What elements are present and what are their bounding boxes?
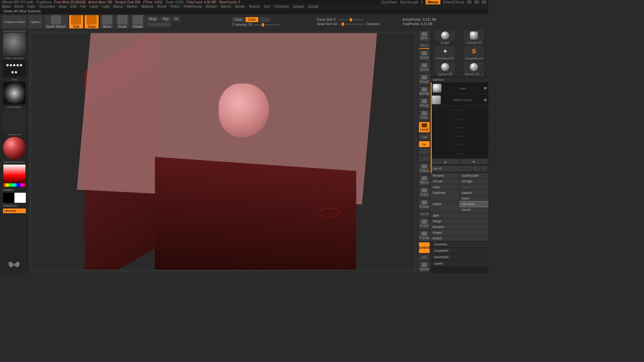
shelf-rotate-button[interactable]: Rotate: [419, 199, 430, 210]
rename-button[interactable]: Rename: [431, 173, 460, 178]
mrgb-toggle[interactable]: Mrgb: [146, 16, 159, 21]
xpose-button[interactable]: Xpose: [419, 261, 430, 272]
minimize-icon[interactable]: [467, 0, 472, 4]
xyz-button[interactable]: Xyz: [419, 141, 430, 147]
menu-layer[interactable]: Layer: [90, 5, 98, 8]
menu-material[interactable]: Material: [142, 5, 154, 8]
menus-toggle[interactable]: Menus: [426, 0, 440, 4]
menu-texture[interactable]: Texture: [249, 5, 260, 8]
list-all-button[interactable]: List All: [431, 166, 473, 172]
alternate-button[interactable]: Alternate: [3, 208, 26, 213]
menu-draw[interactable]: Draw: [59, 5, 66, 8]
menu-preferences[interactable]: Preferences: [184, 5, 202, 8]
draw-size-slider[interactable]: [338, 23, 365, 25]
menu-render[interactable]: Render: [206, 5, 217, 8]
section-geometry[interactable]: Geometry: [431, 241, 488, 247]
tool-kugel[interactable]: Kugel: [431, 30, 459, 45]
subtool-item-cube[interactable]: PM3D_Cube3D: [431, 94, 488, 106]
tray-handle[interactable]: [3, 30, 26, 32]
append-button[interactable]: Append: [460, 190, 489, 195]
quick-sketch-button[interactable]: Quick Sketch: [44, 15, 68, 28]
all-low-button[interactable]: All Low: [431, 179, 460, 184]
menu-light[interactable]: Light: [102, 5, 110, 8]
extract-section[interactable]: Extract: [431, 236, 488, 241]
m-toggle[interactable]: M: [172, 16, 180, 21]
zcut-toggle[interactable]: Zcut: [259, 17, 271, 22]
secondary-color-swatch[interactable]: [3, 193, 14, 203]
subtool-item-kugel[interactable]: Kugel: [431, 82, 488, 94]
rgb-toggle[interactable]: Rgb: [160, 16, 171, 21]
paste-button[interactable]: Paste: [460, 184, 489, 190]
pivot-button[interactable]: ◦: [419, 148, 430, 155]
gradient-toggle[interactable]: Gradient: [3, 188, 26, 192]
bpr-button[interactable]: BPR: [419, 31, 430, 42]
menu-marker[interactable]: Marker: [127, 5, 137, 8]
visibility-icon[interactable]: [484, 99, 487, 101]
floor-button[interactable]: Floor: [419, 110, 430, 121]
project-section[interactable]: Project: [431, 230, 488, 235]
zadd-toggle[interactable]: Zadd: [232, 17, 245, 22]
subtool-insert-slot[interactable]: Insert 5: [431, 132, 488, 141]
aahalf-button[interactable]: AAHalf: [419, 86, 430, 97]
hue-strip[interactable]: [3, 183, 25, 187]
menu-color[interactable]: Color: [28, 5, 36, 8]
subtool-down-button[interactable]: ▼: [460, 159, 488, 164]
tool-polymesh[interactable]: ✦PolyMesh3D: [431, 46, 459, 60]
scale-button[interactable]: Scale: [115, 15, 129, 28]
del-other-button[interactable]: Del Other: [460, 201, 489, 207]
remesh-section[interactable]: Remesh: [431, 224, 488, 230]
tool-simplebrush[interactable]: SSimpleBrush: [460, 46, 488, 60]
subtool-insert-slot[interactable]: Insert 4: [431, 123, 488, 132]
menu-file[interactable]: File: [80, 5, 86, 8]
tool-cylinder[interactable]: Cylinder3D: [460, 30, 488, 45]
solo-button[interactable]: Solo: [419, 254, 430, 260]
lsym-button[interactable]: L.Sym: [419, 134, 430, 140]
delete-button[interactable]: Delete: [431, 201, 460, 213]
menu-brush[interactable]: Brush: [15, 5, 23, 8]
visibility-icon[interactable]: [484, 87, 487, 89]
move-up-button[interactable]: ↑: [474, 166, 480, 172]
scroll-button[interactable]: Scroll: [419, 50, 430, 61]
maximize-icon[interactable]: [474, 0, 479, 4]
projection-master-button[interactable]: Projection Master: [2, 15, 27, 28]
shelf-move-button[interactable]: Move: [419, 175, 430, 186]
del-all-button[interactable]: Del All: [460, 207, 489, 213]
subtool-insert-slot[interactable]: Insert 1: [431, 106, 488, 115]
subtool-insert-slot[interactable]: Insert 7: [431, 149, 488, 158]
menu-alpha[interactable]: Alpha: [2, 5, 11, 8]
all-high-button[interactable]: All High: [460, 179, 489, 184]
move-down-button[interactable]: ↓: [481, 166, 488, 172]
section-layers[interactable]: Layers: [431, 260, 488, 266]
menu-zscript[interactable]: Zscript: [308, 5, 318, 8]
draw-button[interactable]: Draw: [85, 15, 99, 28]
subtool-insert-slot[interactable]: Insert 6: [431, 141, 488, 149]
menu-tool[interactable]: Tool: [264, 5, 270, 8]
focal-shift-slider[interactable]: [337, 19, 364, 20]
close-icon[interactable]: [482, 0, 486, 4]
insert-button[interactable]: Insert: [460, 196, 489, 201]
local-button[interactable]: Local: [419, 122, 430, 133]
material-picker[interactable]: [3, 137, 26, 160]
polyf-button[interactable]: PolyF: [419, 218, 430, 229]
menu-stroke[interactable]: Stroke: [235, 5, 245, 8]
rotate-button[interactable]: Rotate: [131, 15, 145, 28]
frame-button[interactable]: Frame: [419, 163, 430, 174]
merge-section[interactable]: Merge: [431, 219, 488, 224]
persp-button[interactable]: Persp: [419, 98, 430, 109]
alpha-picker[interactable]: [3, 82, 26, 105]
color-picker[interactable]: [3, 164, 26, 187]
copy-button[interactable]: Copy: [431, 184, 460, 190]
quicksave-button[interactable]: QuickSave: [381, 0, 397, 4]
brush-picker[interactable]: [3, 33, 26, 56]
autoreorder-button[interactable]: AutoReorder: [460, 173, 489, 178]
transp-button[interactable]: Transp: [419, 230, 430, 241]
zintensity-slider[interactable]: [253, 24, 280, 25]
viewport[interactable]: [29, 31, 418, 272]
tool-sphere[interactable]: Sphere3D: [431, 62, 459, 76]
stroke-picker[interactable]: [3, 60, 26, 77]
spix-label[interactable]: SPix 3: [419, 43, 430, 49]
clear-pivot-button[interactable]: ○: [419, 156, 430, 162]
menu-document[interactable]: Document: [40, 5, 55, 8]
menu-zplugin[interactable]: Zplugin: [293, 5, 304, 8]
menu-movie[interactable]: Movie: [157, 5, 166, 8]
